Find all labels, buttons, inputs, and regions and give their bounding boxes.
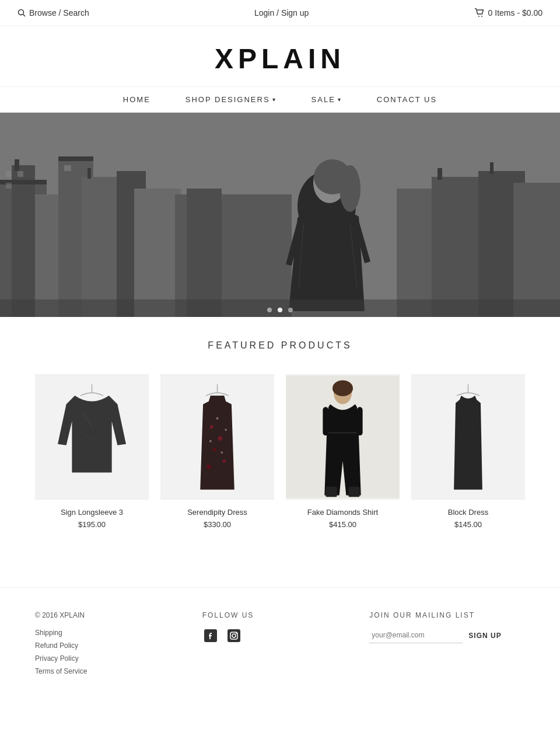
product-image — [286, 374, 400, 500]
svg-rect-58 — [357, 407, 363, 435]
product-serendipity-image — [160, 374, 274, 500]
svg-point-56 — [332, 380, 353, 396]
product-name: Fake Diamonds Shirt — [286, 508, 400, 517]
product-name: Block Dress — [411, 508, 525, 517]
svg-rect-27 — [490, 162, 494, 174]
chevron-down-icon: ▾ — [338, 96, 342, 103]
footer-mailing-title: JOIN OUR MAILING LIST — [369, 611, 525, 619]
nav-contact-us[interactable]: CONTACT US — [377, 95, 437, 104]
svg-point-49 — [206, 465, 211, 469]
product-longsleeve-image — [35, 374, 149, 500]
footer-link-shipping[interactable]: Shipping — [35, 629, 191, 637]
svg-point-51 — [225, 428, 227, 431]
svg-rect-24 — [15, 159, 19, 171]
svg-point-45 — [210, 426, 214, 429]
product-price: $145.00 — [411, 520, 525, 529]
product-card[interactable]: Serendipity Dress $330.00 — [160, 374, 274, 529]
logo-area: XPLAIN — [0, 26, 560, 86]
footer-col-mailing: JOIN OUR MAILING LIST SIGN UP — [369, 611, 525, 680]
svg-point-53 — [220, 451, 223, 454]
product-image — [411, 374, 525, 500]
svg-point-37 — [288, 308, 293, 312]
top-bar: Browse / Search Login / Sign up 0 Items … — [0, 0, 560, 26]
featured-section: FEATURED PRODUCTS Sign Longsleeve 3 — [0, 317, 560, 552]
svg-point-36 — [278, 308, 282, 312]
product-name: Sign Longsleeve 3 — [35, 508, 149, 517]
svg-rect-23 — [513, 183, 560, 317]
svg-rect-25 — [88, 168, 91, 179]
product-block-dress-image — [411, 374, 525, 500]
signup-button[interactable]: SIGN UP — [468, 632, 501, 640]
svg-point-47 — [213, 448, 216, 452]
svg-point-48 — [222, 459, 226, 463]
nav-home[interactable]: HOME — [123, 95, 150, 104]
svg-point-31 — [340, 165, 360, 212]
footer-social-links — [202, 628, 358, 644]
footer-follow-title: FOLLOW US — [202, 611, 358, 619]
svg-point-50 — [216, 417, 219, 420]
main-nav: HOME SHOP DESIGNERS ▾ SALE ▾ CONTACT US — [0, 86, 560, 113]
products-grid: Sign Longsleeve 3 $195.00 — [35, 374, 525, 529]
svg-rect-57 — [323, 407, 328, 435]
browse-search-button[interactable]: Browse / Search — [18, 8, 89, 18]
footer-link-privacy[interactable]: Privacy Policy — [35, 654, 191, 663]
svg-rect-16 — [6, 183, 12, 189]
featured-title: FEATURED PRODUCTS — [35, 340, 525, 351]
mailing-form: SIGN UP — [369, 628, 525, 643]
product-image — [35, 374, 149, 500]
product-price: $330.00 — [160, 520, 274, 529]
svg-point-0 — [19, 10, 24, 15]
svg-point-35 — [267, 308, 272, 312]
nav-shop-designers[interactable]: SHOP DESIGNERS ▾ — [186, 95, 276, 104]
svg-rect-60 — [348, 487, 360, 497]
svg-point-46 — [218, 436, 222, 441]
nav-sale[interactable]: SALE ▾ — [312, 95, 342, 104]
product-name: Serendipity Dress — [160, 508, 274, 517]
footer: © 2016 XPLAIN Shipping Refund Policy Pri… — [0, 587, 560, 703]
footer-copyright: © 2016 XPLAIN — [35, 611, 191, 619]
cart-button[interactable]: 0 Items - $0.00 — [474, 8, 542, 18]
product-price: $195.00 — [35, 520, 149, 529]
svg-rect-15 — [18, 171, 23, 177]
product-card[interactable]: Fake Diamonds Shirt $415.00 — [286, 374, 400, 529]
cart-icon — [474, 8, 485, 18]
product-model-image — [286, 374, 400, 500]
email-input[interactable] — [369, 628, 463, 643]
svg-rect-6 — [12, 165, 35, 317]
product-image — [160, 374, 274, 500]
facebook-icon[interactable] — [202, 628, 219, 644]
svg-rect-59 — [326, 487, 337, 497]
product-card[interactable]: Sign Longsleeve 3 $195.00 — [35, 374, 149, 529]
svg-line-1 — [23, 15, 26, 17]
product-price: $415.00 — [286, 520, 400, 529]
svg-rect-13 — [58, 156, 93, 161]
hero-banner — [0, 113, 560, 317]
svg-rect-19 — [187, 189, 222, 317]
product-card[interactable]: Block Dress $145.00 — [411, 374, 525, 529]
instagram-icon[interactable] — [226, 628, 242, 644]
svg-rect-11 — [134, 189, 181, 317]
svg-rect-17 — [64, 165, 71, 171]
svg-point-68 — [236, 633, 237, 634]
login-signup-link[interactable]: Login / Sign up — [254, 8, 309, 18]
footer-link-refund[interactable]: Refund Policy — [35, 642, 191, 650]
chevron-down-icon: ▾ — [272, 96, 276, 103]
footer-col-links: © 2016 XPLAIN Shipping Refund Policy Pri… — [35, 611, 191, 680]
search-icon — [18, 9, 26, 17]
browse-search-label: Browse / Search — [29, 8, 89, 18]
svg-point-52 — [209, 440, 212, 442]
footer-col-social: FOLLOW US — [202, 611, 358, 680]
svg-point-2 — [478, 16, 480, 17]
svg-rect-26 — [438, 168, 442, 180]
footer-link-terms[interactable]: Terms of Service — [35, 667, 191, 675]
cart-label: 0 Items - $0.00 — [488, 8, 542, 18]
hero-image — [0, 113, 560, 317]
svg-rect-65 — [228, 629, 240, 642]
svg-point-3 — [481, 16, 482, 17]
site-logo[interactable]: XPLAIN — [0, 43, 560, 75]
svg-rect-14 — [6, 171, 12, 177]
